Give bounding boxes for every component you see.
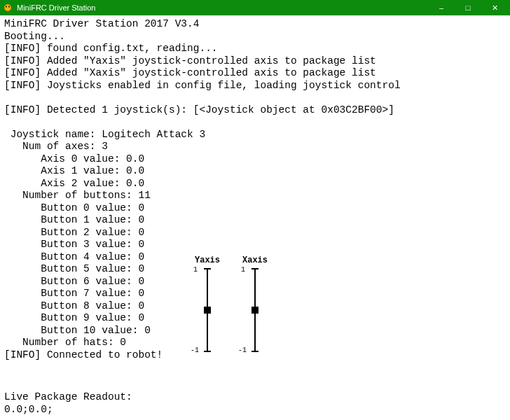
console-line: Button 2 value: 0 xyxy=(4,227,144,238)
console-line: Button 5 value: 0 xyxy=(4,263,144,274)
window-title: MiniFRC Driver Station xyxy=(17,4,434,12)
console-line: [INFO] found config.txt, reading... xyxy=(4,43,218,54)
console-line: Joystick name: Logitech Attack 3 xyxy=(4,129,205,140)
minimize-button[interactable]: – xyxy=(434,2,448,13)
axis-track: 1 -1 xyxy=(247,268,263,352)
console-line: Button 6 value: 0 xyxy=(4,276,144,287)
window-controls: – □ ✕ xyxy=(434,2,507,13)
axis-visualization: Yaxis 1 -1 Xaxis 1 -1 xyxy=(195,255,268,352)
axis-label: Xaxis xyxy=(242,255,268,265)
axis-knob[interactable] xyxy=(204,307,211,314)
console-header: MiniFRC Driver Station 2017 V3.4 xyxy=(4,18,199,29)
axis-label: Yaxis xyxy=(195,255,220,265)
live-package-readout: Live Package Readout: 0.0;0.0; xyxy=(4,391,132,416)
window-titlebar: MiniFRC Driver Station – □ ✕ xyxy=(0,0,510,15)
console-line: Number of hats: 0 xyxy=(4,337,126,348)
console-line: Button 8 value: 0 xyxy=(4,300,144,312)
console-line: Button 4 value: 0 xyxy=(4,251,144,262)
console-line: Axis 1 value: 0.0 xyxy=(4,165,144,176)
console-line: Button 3 value: 0 xyxy=(4,239,144,250)
console-line: [INFO] Joysticks enabled in config file,… xyxy=(4,80,401,91)
console-line: Axis 2 value: 0.0 xyxy=(4,178,144,189)
axis-scale-bottom: -1 xyxy=(238,346,247,354)
console-line: [INFO] Added "Xaxis" joystick-controlled… xyxy=(4,67,376,78)
readout-value: 0.0;0.0; xyxy=(4,404,53,415)
console-line: Num of axes: 3 xyxy=(4,141,108,152)
axis-knob[interactable] xyxy=(251,307,259,314)
axis-scale-bottom: -1 xyxy=(191,346,199,354)
app-icon xyxy=(3,3,13,13)
axis-tick-icon xyxy=(251,268,259,270)
axis-tick-icon xyxy=(251,351,259,352)
console-line: [INFO] Added "Yaxis" joystick-controlled… xyxy=(4,55,376,66)
console-line: Button 9 value: 0 xyxy=(4,312,144,323)
maximize-button[interactable]: □ xyxy=(461,2,475,13)
console-line: Booting... xyxy=(4,31,65,42)
console-line: [INFO] Connected to robot! xyxy=(4,349,163,360)
console-line: Button 7 value: 0 xyxy=(4,288,144,299)
close-button[interactable]: ✕ xyxy=(488,2,502,13)
axis-scale-top: 1 xyxy=(193,266,198,274)
console-line: [INFO] Detected 1 joystick(s): [<Joystic… xyxy=(4,104,394,115)
axis-tick-icon xyxy=(204,351,211,352)
axis-scale-top: 1 xyxy=(241,266,245,274)
console-line: Button 10 value: 0 xyxy=(4,325,151,336)
console-line: Number of buttons: 11 xyxy=(4,190,151,201)
axis-xaxis: Xaxis 1 -1 xyxy=(242,255,268,352)
axis-tick-icon xyxy=(204,268,211,270)
console-line: Axis 0 value: 0.0 xyxy=(4,153,144,164)
svg-point-0 xyxy=(4,4,11,11)
console-line: Button 0 value: 0 xyxy=(4,202,144,214)
axis-track: 1 -1 xyxy=(199,268,216,352)
console-line: Button 1 value: 0 xyxy=(4,214,144,225)
readout-label: Live Package Readout: xyxy=(4,391,132,402)
axis-yaxis: Yaxis 1 -1 xyxy=(195,255,220,352)
svg-point-2 xyxy=(8,6,10,8)
svg-point-1 xyxy=(6,6,7,8)
